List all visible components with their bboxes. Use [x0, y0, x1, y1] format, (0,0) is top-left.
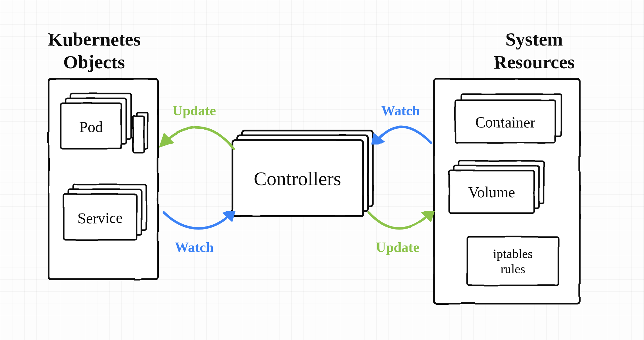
arrow-watch-right: Watch [375, 103, 431, 143]
kubernetes-objects-title-line1: Kubernetes [48, 29, 141, 49]
svg-rect-4 [133, 116, 144, 152]
volume-label: Volume [468, 184, 515, 201]
iptables-label-line1: iptables [493, 247, 533, 261]
arrow-watch-right-label: Watch [381, 103, 420, 118]
pod-card: Pod [61, 93, 131, 149]
controllers-group: Controllers [232, 131, 373, 216]
arrow-update-left-label: Update [172, 103, 216, 118]
arrow-update-left: Update [164, 103, 234, 149]
iptables-card: iptables rules [467, 237, 558, 285]
kubernetes-objects-group: Kubernetes Objects Pod Service [48, 29, 158, 279]
volume-card: Volume [449, 161, 544, 213]
iptables-label-line2: rules [500, 262, 525, 276]
system-resources-group: System Resources Container Volume iptabl… [434, 29, 580, 304]
pod-label: Pod [79, 118, 103, 135]
controllers-label: Controllers [254, 168, 341, 189]
container-label: Container [475, 114, 535, 131]
kubernetes-objects-title-line2: Objects [63, 52, 125, 72]
arrow-watch-left: Watch [164, 212, 232, 255]
svg-rect-15 [467, 237, 558, 285]
arrow-update-right-label: Update [376, 240, 419, 255]
system-resources-title-line1: System [505, 29, 563, 49]
service-card: Service [64, 185, 146, 240]
service-label: Service [77, 209, 123, 226]
container-card: Container [455, 94, 561, 143]
arrow-watch-left-label: Watch [175, 240, 214, 255]
pod-aux-card [133, 112, 147, 152]
arrow-update-right: Update [369, 212, 431, 255]
system-resources-title-line2: Resources [493, 52, 575, 72]
